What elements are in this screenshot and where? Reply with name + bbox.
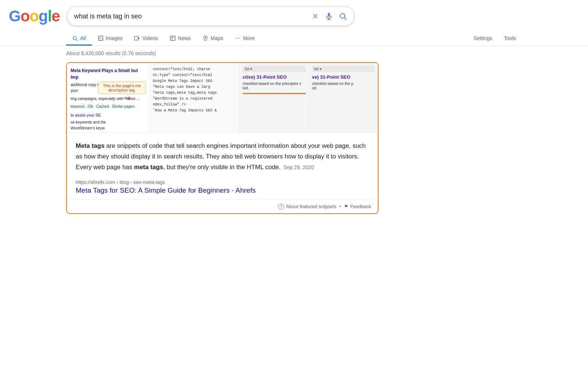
code-line-2: nt-Type" content="text/html: [153, 72, 237, 78]
logo-o1: o: [21, 7, 30, 25]
maps-nav-icon: [202, 35, 208, 41]
snippet-images: Meta Keyword Plays a Small but Imp addit…: [67, 63, 378, 133]
logo-g1: G: [9, 7, 21, 25]
nav-tools[interactable]: Tools: [498, 31, 522, 46]
svg-rect-0: [328, 13, 330, 17]
search-submit-button[interactable]: [339, 12, 347, 20]
tooltip-text: This is the page's medescription tag.: [103, 83, 141, 92]
nav-tools-label: Tools: [504, 35, 516, 41]
logo-l: l: [48, 7, 52, 25]
col4-body2: od.: [312, 86, 375, 90]
col4-header: list ▾: [312, 66, 375, 72]
header: G o o g l e what is meta tag in seo: [0, 0, 588, 29]
feedback-label: Feedback: [350, 204, 371, 209]
svg-point-18: [239, 38, 240, 39]
snippet-date: Sep 29, 2020: [283, 164, 314, 170]
help-icon: ?: [278, 204, 284, 210]
search-nav-icon: [72, 35, 78, 41]
bold1: Meta tags: [76, 142, 104, 149]
results-count: About 8,420,000 results (0.76 seconds): [66, 50, 522, 56]
code-line-6: "WordStream is a registered: [153, 96, 237, 102]
col1-title: Meta Keyword Plays a Small but Imp: [71, 67, 146, 81]
svg-point-16: [236, 38, 237, 39]
nav-item-news[interactable]: News: [164, 31, 197, 46]
tooltip-box: This is the page's medescription tag.: [98, 82, 146, 94]
col4-title: ve) 31-Point SEO: [312, 74, 375, 80]
col3-title: ctive) 31-Point SEO: [243, 74, 305, 80]
nav-images-label: Images: [106, 35, 123, 41]
code-line-8: 'How a Meta Tag Impacts SEO &: [153, 108, 237, 114]
col3-header: list ▾: [243, 66, 305, 72]
feedback-button[interactable]: ⚑ Feedback: [344, 204, 371, 209]
code-line-4: "Meta tags can have a larg: [153, 84, 237, 90]
voice-search-button[interactable]: [325, 12, 333, 20]
news-nav-icon: [170, 35, 176, 41]
nav-maps-label: Maps: [211, 35, 223, 41]
search-input[interactable]: what is meta tag in seo: [74, 13, 306, 20]
svg-point-15: [205, 37, 206, 38]
results-area: About 8,420,000 results (0.76 seconds) M…: [0, 46, 588, 218]
orange-bar: [243, 93, 305, 94]
code-line-1: content="text/html; charse: [153, 67, 237, 72]
nav-item-videos[interactable]: Videos: [128, 31, 164, 46]
snippet-col-3: list ▾ ctive) 31-Point SEO checklist bas…: [240, 63, 309, 132]
code-line-5: "meta tags,meta tag,meta tags: [153, 90, 237, 96]
nav-item-more[interactable]: More: [229, 31, 261, 46]
snippet-description: Meta tags are snippets of code that tell…: [67, 133, 378, 177]
col1-desc3: se keywords and the: [71, 119, 146, 125]
snippet-footer: ? About featured snippets • ⚑ Feedback: [67, 200, 378, 213]
search-bar: what is meta tag in seo: [67, 7, 354, 26]
google-logo: G o o g l e: [9, 7, 60, 25]
logo-e: e: [51, 7, 60, 25]
desc-part2: , but they're only visible in the HTML c…: [163, 164, 280, 171]
svg-point-8: [99, 37, 100, 38]
nav-right: Settings Tools: [468, 31, 522, 46]
search-icons: [312, 12, 347, 20]
source-title[interactable]: Meta Tags for SEO: A Simple Guide for Be…: [76, 186, 256, 194]
col3-body2: iod.: [243, 86, 305, 90]
svg-marker-10: [138, 37, 140, 40]
svg-line-6: [76, 39, 78, 41]
svg-rect-7: [98, 36, 103, 40]
logo-g2: g: [39, 7, 48, 25]
nav-settings[interactable]: Settings: [468, 31, 498, 46]
more-nav-icon: [235, 35, 241, 41]
navbar: All Images Videos: [0, 31, 588, 46]
bold2: meta tags: [134, 164, 163, 171]
snippet-col-1: Meta Keyword Plays a Small but Imp addit…: [67, 63, 150, 132]
col4-content: list ▾ ve) 31-Point SEO checklist based …: [309, 63, 378, 93]
footer-dot: •: [339, 204, 341, 209]
col4-body: checklist based on the p: [312, 81, 375, 86]
nav-settings-label: Settings: [474, 35, 492, 41]
svg-line-4: [344, 18, 346, 19]
featured-snippet: Meta Keyword Plays a Small but Imp addit…: [66, 62, 379, 214]
col1-link2[interactable]: to assist your SE: [71, 112, 146, 118]
snippet-source: https://ahrefs.com › blog › seo-meta-tag…: [67, 177, 378, 200]
svg-point-17: [237, 38, 238, 39]
nav-videos-label: Videos: [142, 35, 158, 41]
col3-body: checklist based on the principles v: [243, 81, 305, 86]
nav-item-all[interactable]: All: [66, 31, 92, 46]
code-line-7: ndex,follow" />: [153, 102, 237, 108]
about-featured-snippets[interactable]: ? About featured snippets: [278, 204, 336, 210]
videos-nav-icon: [134, 35, 140, 41]
nav-item-images[interactable]: Images: [92, 31, 129, 46]
nav-all-label: All: [80, 35, 86, 41]
nav-item-maps[interactable]: Maps: [197, 31, 229, 46]
col1-desc2: ting campaigns, especially with Yahoo ..…: [71, 96, 146, 102]
nav-more-label: More: [243, 35, 255, 41]
clear-button[interactable]: [312, 13, 319, 20]
col2-code: content="text/html; charse nt-Type" cont…: [150, 63, 240, 117]
col3-content: list ▾ ctive) 31-Point SEO checklist bas…: [240, 63, 308, 97]
col1-title-bold: Meta Keyword: [71, 68, 100, 73]
about-label: About featured snippets: [286, 204, 336, 209]
images-nav-icon: [98, 35, 104, 41]
code-line-3: Google Meta Tags Impact SEO: [153, 78, 237, 84]
nav-news-label: News: [178, 35, 191, 41]
svg-rect-9: [135, 36, 138, 40]
logo-o2: o: [29, 7, 39, 25]
flag-icon: ⚑: [344, 204, 348, 209]
col1-meta: keyword · 25k · Cached · Similar pages ·: [71, 104, 146, 109]
snippet-col-2: content="text/html; charse nt-Type" cont…: [150, 63, 240, 132]
source-url: https://ahrefs.com › blog › seo-meta-tag…: [76, 179, 369, 185]
